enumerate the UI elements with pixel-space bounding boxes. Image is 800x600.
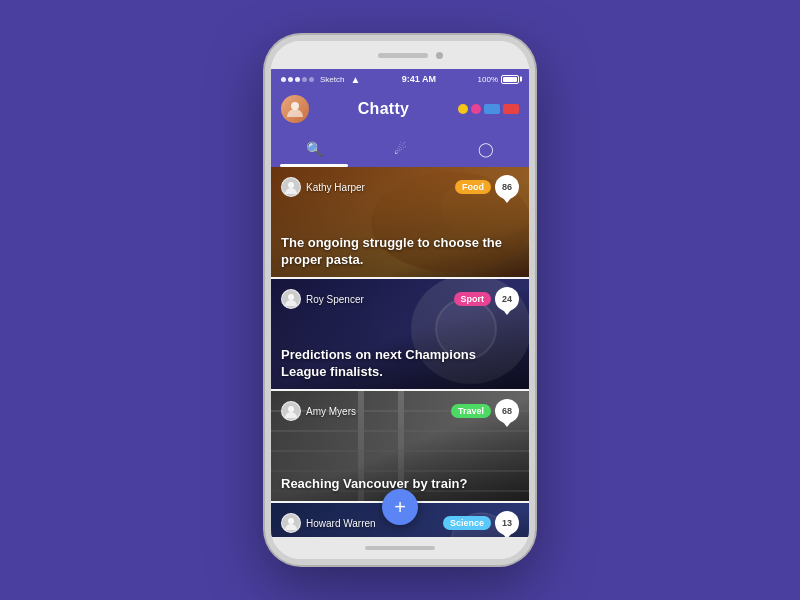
card-sport-meta: Roy Spencer Sport 24 — [281, 287, 519, 311]
signal-dot-2 — [288, 77, 293, 82]
pink-icon[interactable] — [471, 104, 481, 114]
header-avatar[interactable] — [281, 95, 309, 123]
roy-avatar — [281, 289, 301, 309]
travel-badge[interactable]: Travel — [451, 404, 491, 418]
phone-speaker — [378, 53, 428, 58]
svg-point-17 — [288, 406, 294, 412]
fab-button[interactable]: + — [382, 489, 418, 525]
status-bar: Sketch ▲ 9:41 AM 100% — [271, 69, 529, 89]
red-rect-icon[interactable] — [503, 104, 519, 114]
battery-icon — [501, 75, 519, 84]
card-travel[interactable]: Amy Myers Travel 68 Reaching Vancouver b… — [271, 391, 529, 501]
phone-top-bar — [271, 41, 529, 69]
tab-search[interactable]: 🔍 — [271, 131, 357, 167]
travel-comment-count: 68 — [495, 399, 519, 423]
phone-bottom-bar — [271, 537, 529, 559]
card-sport-user: Roy Spencer — [281, 289, 364, 309]
tab-bar: 🔍 ☄ ◯ — [271, 131, 529, 167]
feed: Kathy Harper Food 86 The ongoing struggl… — [271, 167, 529, 537]
card-travel-right: Travel 68 — [451, 399, 519, 423]
status-left: Sketch ▲ — [281, 74, 360, 85]
app-title: Chatty — [358, 100, 410, 118]
card-travel-meta: Amy Myers Travel 68 — [281, 399, 519, 423]
roy-name: Roy Spencer — [306, 294, 364, 305]
card-science-user: Howard Warren — [281, 513, 376, 533]
card-science-right: Science 13 — [443, 511, 519, 535]
phone-shell: Sketch ▲ 9:41 AM 100% Chatty — [265, 35, 535, 565]
sport-comment-count: 24 — [495, 287, 519, 311]
science-badge[interactable]: Science — [443, 516, 491, 530]
card-sport-content: Roy Spencer Sport 24 Predictions on next… — [271, 279, 529, 389]
svg-point-4 — [288, 182, 294, 188]
card-travel-user: Amy Myers — [281, 401, 356, 421]
svg-point-20 — [288, 518, 294, 524]
trending-icon: ☄ — [394, 141, 407, 157]
kathy-name: Kathy Harper — [306, 182, 365, 193]
card-food-content: Kathy Harper Food 86 The ongoing struggl… — [271, 167, 529, 277]
signal-dot-5 — [309, 77, 314, 82]
signal-dot-4 — [302, 77, 307, 82]
tab-recent[interactable]: ◯ — [443, 131, 529, 167]
food-comment-count: 86 — [495, 175, 519, 199]
kathy-avatar — [281, 177, 301, 197]
amy-name: Amy Myers — [306, 406, 356, 417]
card-food-right: Food 86 — [455, 175, 519, 199]
app-header: Chatty — [271, 89, 529, 131]
card-sport[interactable]: Roy Spencer Sport 24 Predictions on next… — [271, 279, 529, 389]
carrier-label: Sketch — [320, 75, 344, 84]
science-comment-count: 13 — [495, 511, 519, 535]
header-icons — [458, 104, 519, 114]
svg-point-8 — [288, 294, 294, 300]
wifi-icon: ▲ — [350, 74, 360, 85]
signal-dot-1 — [281, 77, 286, 82]
blue-rect-icon[interactable] — [484, 104, 500, 114]
yellow-icon[interactable] — [458, 104, 468, 114]
card-sport-right: Sport 24 — [454, 287, 520, 311]
card-food[interactable]: Kathy Harper Food 86 The ongoing struggl… — [271, 167, 529, 277]
tab-trending[interactable]: ☄ — [357, 131, 443, 167]
svg-point-0 — [291, 102, 299, 110]
food-card-title: The ongoing struggle to choose the prope… — [281, 235, 519, 269]
sport-card-title: Predictions on next Champions League fin… — [281, 347, 519, 381]
howard-name: Howard Warren — [306, 518, 376, 529]
card-food-meta: Kathy Harper Food 86 — [281, 175, 519, 199]
battery-percent: 100% — [478, 75, 498, 84]
food-badge[interactable]: Food — [455, 180, 491, 194]
clock-icon: ◯ — [478, 141, 494, 157]
signal-dot-3 — [295, 77, 300, 82]
battery-fill — [503, 77, 517, 82]
fab-icon: + — [394, 496, 406, 519]
status-time: 9:41 AM — [402, 74, 436, 84]
phone-camera — [436, 52, 443, 59]
sport-badge[interactable]: Sport — [454, 292, 492, 306]
howard-avatar — [281, 513, 301, 533]
home-bar — [365, 546, 435, 550]
search-icon: 🔍 — [306, 141, 323, 157]
amy-avatar — [281, 401, 301, 421]
card-food-user: Kathy Harper — [281, 177, 365, 197]
status-right: 100% — [478, 75, 519, 84]
card-travel-content: Amy Myers Travel 68 Reaching Vancouver b… — [271, 391, 529, 501]
